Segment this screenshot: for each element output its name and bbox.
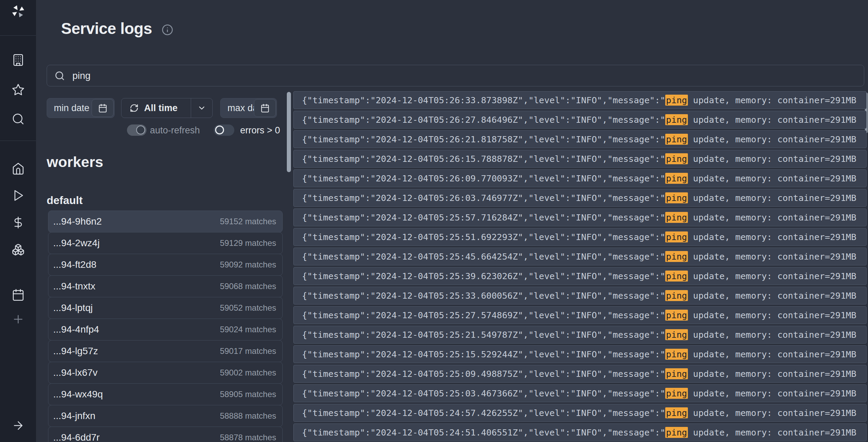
auto-refresh-toggle[interactable] [127, 124, 146, 136]
worker-row[interactable]: ...94-ft2d8 59092 matches [48, 254, 283, 276]
worker-row[interactable]: ...94-wx49q 58905 matches [48, 383, 283, 405]
worker-row[interactable]: ...94-jnfxn 58888 matches [48, 405, 283, 427]
search-match-highlight: ping [665, 427, 688, 438]
worker-match-count: 59024 matches [220, 325, 276, 334]
worker-name: ...94-lx67v [53, 367, 97, 378]
page-title: Service logs [61, 19, 152, 38]
log-line[interactable]: {"timestamp":"2024-12-04T05:25:57.716284… [293, 208, 867, 226]
log-line-text: {"timestamp":"2024-12-04T05:26:27.846496… [302, 115, 665, 125]
log-line[interactable]: {"timestamp":"2024-12-04T05:25:03.467366… [293, 384, 867, 402]
log-lines-list: {"timestamp":"2024-12-04T05:26:33.873898… [293, 91, 867, 442]
log-line[interactable]: {"timestamp":"2024-12-04T05:25:51.692293… [293, 228, 867, 246]
workers-heading: workers [47, 154, 103, 170]
worker-match-count: 58878 matches [220, 433, 276, 442]
worker-match-count: 58888 matches [220, 411, 276, 421]
worker-row[interactable]: ...94-4nfp4 59024 matches [48, 319, 283, 341]
log-line[interactable]: {"timestamp":"2024-12-04T05:25:39.623026… [293, 267, 867, 285]
log-panel-scrollbar-thumb[interactable] [287, 92, 291, 172]
log-line-text: update, memory: container=291MB [688, 173, 856, 183]
search-nav-icon[interactable] [0, 112, 36, 126]
worker-row[interactable]: ...94-lptqj 59052 matches [48, 297, 283, 319]
worker-match-count: 59129 matches [220, 238, 276, 248]
chevron-down-icon[interactable] [191, 104, 212, 112]
sidebar-divider [0, 141, 36, 141]
calendar-icon[interactable] [0, 288, 36, 301]
worker-row[interactable]: ...94-6dd7r 58878 matches [48, 427, 283, 442]
worker-match-count: 59152 matches [220, 217, 276, 226]
search-match-highlight: ping [665, 329, 688, 340]
log-line-text: {"timestamp":"2024-12-04T05:25:51.692293… [302, 232, 665, 242]
errors-toggle[interactable] [214, 124, 234, 136]
time-range-dropdown[interactable]: All time [121, 98, 213, 118]
star-icon[interactable] [0, 83, 36, 96]
worker-name: ...94-lptqj [53, 302, 93, 313]
expand-sidebar-arrow-icon[interactable] [0, 419, 36, 432]
log-line-text: {"timestamp":"2024-12-04T05:24:57.426255… [302, 408, 665, 418]
log-line[interactable]: {"timestamp":"2024-12-04T05:25:27.574869… [293, 306, 867, 324]
log-line-text: update, memory: container=291MB [688, 154, 856, 164]
search-match-highlight: ping [665, 153, 688, 164]
max-date-calendar-button[interactable] [254, 99, 276, 117]
boxes-icon[interactable] [0, 243, 36, 256]
log-line-text: {"timestamp":"2024-12-04T05:26:09.770093… [302, 173, 665, 183]
log-line-text: update, memory: container=291MB [688, 427, 856, 438]
worker-name: ...94-lg57z [53, 346, 98, 357]
log-line[interactable]: {"timestamp":"2024-12-04T05:26:03.746977… [293, 189, 867, 207]
log-line-text: {"timestamp":"2024-12-04T05:26:33.873898… [302, 95, 665, 105]
log-line-text: {"timestamp":"2024-12-04T05:24:51.406551… [302, 427, 665, 438]
worker-row[interactable]: ...94-lg57z 59017 matches [48, 340, 283, 362]
log-line[interactable]: {"timestamp":"2024-12-04T05:24:57.426255… [293, 404, 867, 422]
log-line[interactable]: {"timestamp":"2024-12-04T05:25:09.498875… [293, 365, 867, 383]
plus-icon[interactable] [0, 313, 36, 326]
worker-match-count: 59052 matches [220, 303, 276, 313]
windmill-logo-icon[interactable] [11, 4, 25, 19]
log-line-text: update, memory: container=291MB [688, 290, 856, 301]
log-line[interactable]: {"timestamp":"2024-12-04T05:26:15.788878… [293, 150, 867, 168]
log-line[interactable]: {"timestamp":"2024-12-04T05:26:21.818758… [293, 130, 867, 148]
log-line-text: {"timestamp":"2024-12-04T05:26:03.746977… [302, 193, 665, 203]
search-match-highlight: ping [665, 388, 688, 399]
home-icon[interactable] [0, 162, 36, 175]
play-icon[interactable] [0, 189, 36, 202]
toggle-knob [136, 126, 145, 134]
dollar-icon[interactable] [0, 216, 36, 229]
info-icon[interactable] [162, 24, 173, 36]
log-line-text: {"timestamp":"2024-12-04T05:26:21.818758… [302, 134, 665, 144]
worker-row[interactable]: ...94-2wz4j 59129 matches [48, 232, 283, 254]
log-line-text: update, memory: container=291MB [688, 95, 856, 105]
worker-row[interactable]: ...94-lx67v 59002 matches [48, 362, 283, 384]
workers-list: ...94-9h6n2 59152 matches ...94-2wz4j 59… [48, 211, 283, 442]
search-match-highlight: ping [665, 290, 688, 301]
worker-match-count: 59068 matches [220, 282, 276, 291]
search-match-highlight: ping [665, 173, 688, 184]
worker-match-count: 59002 matches [220, 368, 276, 378]
search-match-highlight: ping [665, 349, 688, 360]
sidebar [0, 0, 36, 442]
worker-row[interactable]: ...94-9h6n2 59152 matches [48, 211, 283, 232]
log-line[interactable]: {"timestamp":"2024-12-04T05:26:27.846496… [293, 111, 867, 129]
worker-name: ...94-jnfxn [53, 410, 95, 421]
worker-group-name: default [47, 194, 83, 207]
log-line[interactable]: {"timestamp":"2024-12-04T05:25:21.549787… [293, 326, 867, 344]
log-line[interactable]: {"timestamp":"2024-12-04T05:25:33.600056… [293, 287, 867, 304]
search-match-highlight: ping [665, 368, 688, 379]
sidebar-divider [0, 35, 36, 36]
log-line-text: update, memory: container=291MB [688, 369, 856, 379]
worker-name: ...94-4nfp4 [53, 324, 99, 335]
search-match-highlight: ping [665, 231, 688, 242]
worker-match-count: 58905 matches [220, 390, 276, 399]
errors-filter-label: errors > 0 [240, 125, 280, 136]
worker-row[interactable]: ...94-tnxtx 59068 matches [48, 275, 283, 297]
log-line[interactable]: {"timestamp":"2024-12-04T05:26:33.873898… [293, 91, 867, 109]
log-line[interactable]: {"timestamp":"2024-12-04T05:24:51.406551… [293, 423, 867, 441]
search-input[interactable] [72, 70, 864, 81]
search-match-highlight: ping [665, 251, 688, 262]
min-date-calendar-button[interactable] [92, 99, 114, 117]
log-line[interactable]: {"timestamp":"2024-12-04T05:26:09.770093… [293, 169, 867, 187]
search-match-highlight: ping [665, 407, 688, 418]
log-line[interactable]: {"timestamp":"2024-12-04T05:25:45.664254… [293, 248, 867, 265]
worker-match-count: 59092 matches [220, 260, 276, 270]
log-line[interactable]: {"timestamp":"2024-12-04T05:25:15.529244… [293, 345, 867, 363]
log-line-text: {"timestamp":"2024-12-04T05:25:15.529244… [302, 349, 665, 359]
building-icon[interactable] [0, 53, 36, 67]
